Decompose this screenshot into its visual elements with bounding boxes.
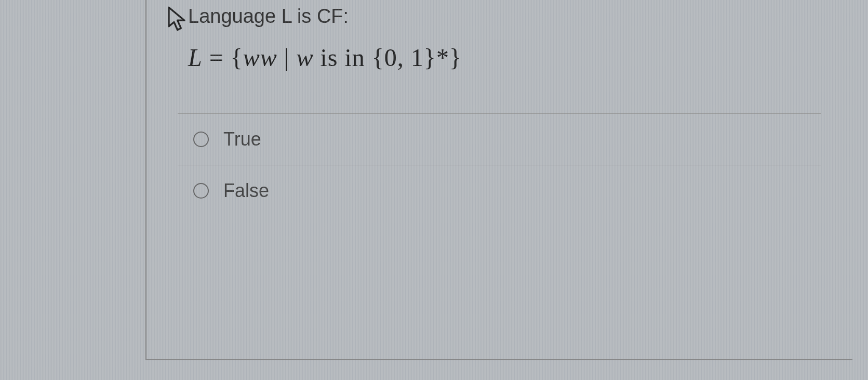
radio-icon[interactable] bbox=[193, 183, 209, 199]
cursor-icon bbox=[166, 5, 187, 34]
option-true[interactable]: True bbox=[178, 113, 821, 165]
options-list: True False bbox=[178, 113, 821, 216]
question-prompt: Language L is CF: bbox=[188, 5, 821, 28]
radio-icon[interactable] bbox=[193, 132, 209, 147]
math-expression: L = {ww | w is in {0, 1}*} bbox=[188, 43, 821, 72]
option-label: False bbox=[223, 180, 269, 202]
option-false[interactable]: False bbox=[178, 165, 821, 216]
question-container: Language L is CF: L = {ww | w is in {0, … bbox=[145, 0, 852, 360]
option-label: True bbox=[223, 128, 261, 150]
